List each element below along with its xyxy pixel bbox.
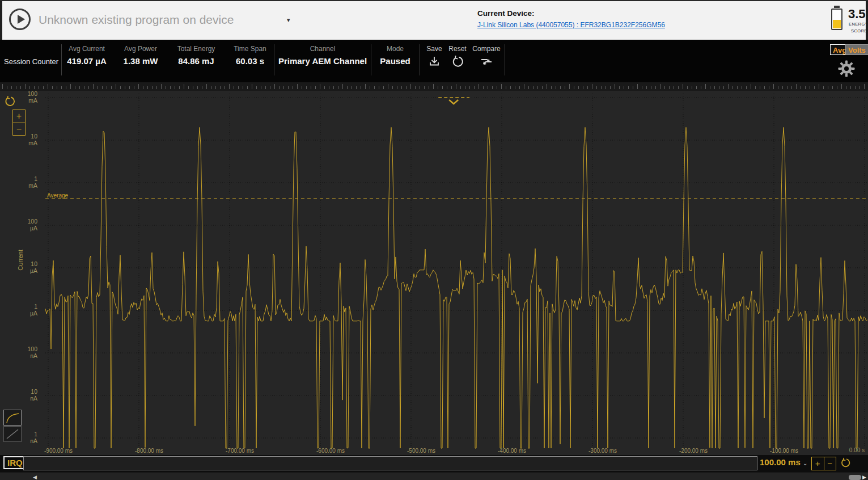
ruler-tick	[601, 86, 602, 89]
y-axis-tick-label: 1µA	[16, 303, 37, 317]
ruler-tick	[796, 84, 797, 89]
horizontal-zoom-controls: + −	[811, 457, 836, 470]
ruler-tick	[456, 84, 456, 89]
ruler-tick	[483, 86, 484, 89]
ruler-tick	[206, 84, 207, 89]
ruler-tick	[528, 86, 529, 89]
ruler-tick	[11, 86, 12, 89]
gear-icon[interactable]	[838, 60, 855, 79]
ruler-tick	[134, 86, 134, 89]
ruler-tick	[247, 86, 248, 89]
ruler-tick	[424, 86, 425, 89]
ruler-tick	[61, 86, 62, 89]
average-label: Average	[47, 192, 68, 199]
ruler-tick	[714, 86, 715, 89]
ruler-tick	[420, 86, 420, 89]
ruler-tick	[782, 86, 783, 89]
y-axis-tick-label: 10µA	[16, 260, 37, 274]
current-chart[interactable]: + − Current Average 0.00 s 100mA10mA1mA1…	[0, 91, 868, 449]
irq-track[interactable]	[23, 456, 757, 470]
vertical-zoom-controls: + −	[12, 110, 26, 136]
chevron-down-icon: ⌄	[803, 460, 807, 466]
ruler-tick	[392, 86, 393, 89]
ruler-tick	[138, 84, 139, 89]
ruler-tick	[293, 86, 293, 89]
channel-column[interactable]: Channel Primary AEM Channel	[274, 40, 371, 66]
device-link[interactable]: J-Link Silicon Labs (440057055) : EFR32B…	[477, 21, 665, 29]
program-selector[interactable]: Unknown existing program on device	[39, 13, 234, 27]
ruler-tick	[773, 84, 774, 89]
ruler-tick	[379, 86, 379, 89]
ruler-tick	[415, 86, 416, 89]
ruler-tick	[465, 86, 465, 89]
ruler-tick	[660, 84, 660, 89]
play-button[interactable]	[9, 9, 31, 30]
ruler-tick	[692, 86, 692, 89]
energy-score-value: 3.5	[848, 7, 866, 22]
ruler-tick	[175, 86, 175, 89]
h-zoom-in-button[interactable]: +	[812, 457, 824, 470]
ruler-tick	[243, 86, 243, 89]
ruler-tick	[519, 86, 520, 89]
ruler-tick	[859, 86, 860, 89]
ruler-tick	[225, 86, 225, 89]
ruler-tick	[710, 86, 710, 89]
ruler-tick	[510, 86, 511, 89]
ruler-tick	[583, 86, 583, 89]
ruler-tick	[93, 84, 94, 89]
x-axis-tick-label: -200.00 ms	[679, 448, 725, 454]
chevron-down-icon[interactable]: ▾	[287, 16, 290, 24]
ruler-tick	[732, 86, 733, 89]
ruler-tick	[569, 84, 570, 89]
scroll-left-icon[interactable]: ◀	[33, 474, 37, 480]
compare-button[interactable]: Compare	[469, 40, 503, 71]
zoom-in-button[interactable]: +	[13, 110, 25, 123]
reset-span-icon[interactable]	[840, 457, 851, 471]
ruler-tick	[283, 86, 284, 89]
ruler-tick	[769, 86, 769, 89]
ruler-tick	[429, 86, 429, 89]
ruler-tick	[737, 86, 738, 89]
ruler-tick	[388, 84, 388, 89]
ruler-tick	[315, 86, 316, 89]
ruler-tick	[805, 86, 806, 89]
ruler-tick	[506, 86, 506, 89]
volts-toggle[interactable]: Volts	[845, 44, 868, 55]
time-ruler[interactable]	[0, 82, 868, 91]
ruler-tick	[234, 86, 234, 89]
ruler-tick	[438, 86, 438, 89]
ruler-tick	[488, 86, 488, 89]
h-zoom-out-button[interactable]: −	[824, 457, 836, 470]
ruler-tick	[823, 86, 824, 89]
waveform-plot[interactable]	[0, 91, 868, 449]
energy-score-caption: ENERGY	[849, 22, 868, 27]
ruler-tick	[311, 86, 311, 89]
ruler-tick	[451, 86, 452, 89]
reset-zoom-icon[interactable]	[3, 95, 16, 110]
ruler-tick	[356, 86, 357, 89]
horizontal-scrollbar[interactable]: ◀ ▶	[0, 473, 868, 480]
log-scale-button[interactable]	[3, 410, 22, 426]
ruler-tick	[161, 84, 162, 89]
ruler-tick	[615, 84, 615, 89]
ruler-tick	[75, 86, 75, 89]
ruler-tick	[855, 86, 856, 89]
ruler-tick	[742, 86, 742, 89]
time-span-selector[interactable]: 100.00 ms ⌄	[760, 457, 807, 467]
scrollbar-thumb[interactable]	[849, 475, 861, 480]
ruler-tick	[120, 86, 121, 89]
ruler-tick	[111, 86, 112, 89]
ruler-tick	[801, 86, 801, 89]
mode-column[interactable]: Mode Paused	[371, 40, 420, 66]
ruler-tick	[2, 84, 3, 89]
ruler-tick	[211, 86, 211, 89]
ruler-tick	[156, 86, 157, 89]
ruler-tick	[320, 84, 320, 89]
scroll-right-icon[interactable]: ▶	[862, 474, 866, 480]
x-axis-tick-label: -100.00 ms	[770, 448, 815, 454]
ruler-tick	[397, 86, 397, 89]
ruler-tick	[764, 86, 765, 89]
ruler-tick	[574, 86, 574, 89]
ruler-tick	[333, 86, 334, 89]
ruler-tick	[587, 86, 588, 89]
